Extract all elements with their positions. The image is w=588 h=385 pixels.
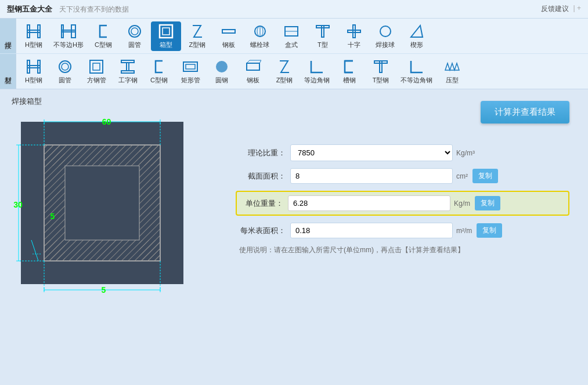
input-weight[interactable]: [288, 195, 450, 211]
svg-line-37: [259, 60, 261, 63]
shape-flat[interactable]: 钢板: [214, 21, 244, 51]
dim-wall-input[interactable]: [45, 212, 60, 221]
label-area: 截面面积：: [239, 171, 286, 181]
dim-left-input[interactable]: [9, 200, 27, 209]
top-bar-right: 反馈建议 | +: [541, 4, 581, 14]
form-row-density: 理论比重： 7850 7800 7900 Kg/m³: [239, 144, 569, 161]
svg-rect-28: [93, 63, 100, 70]
unit-area: cm²: [456, 172, 468, 180]
input-area[interactable]: [290, 168, 453, 184]
separator: | +: [573, 4, 581, 14]
diagram-svg: [9, 110, 207, 313]
svg-rect-31: [127, 63, 129, 71]
svg-marker-43: [445, 63, 459, 70]
diagram-area: 焊接箱型: [9, 96, 230, 376]
svg-point-7: [131, 28, 138, 35]
svg-rect-10: [222, 30, 235, 33]
toolbar-row-weld: 焊 接 H型钢 不等边H形 C型钢 圆管: [0, 19, 588, 54]
label-density: 理论比重：: [239, 148, 286, 158]
svg-point-20: [380, 26, 391, 37]
diagram-container: [9, 110, 207, 313]
form-row-area: 截面面积： cm² 复制: [239, 168, 569, 184]
top-bar-title: 型钢五金大全 天下没有查不到的数据: [7, 4, 129, 14]
copy-weight-button[interactable]: 复制: [475, 196, 500, 210]
shape-press[interactable]: 压型: [437, 57, 467, 86]
svg-point-26: [62, 63, 68, 70]
shape-round-bar[interactable]: 圆钢: [207, 57, 237, 86]
label-surface: 每米表面积：: [239, 226, 286, 236]
dim-bottom[interactable]: [96, 285, 111, 295]
svg-rect-18: [353, 25, 355, 38]
shape-wedge[interactable]: 楔形: [402, 21, 432, 51]
shape-c-steel[interactable]: C型钢: [88, 21, 118, 51]
usage-hint: 使用说明：请在左图输入所需尺寸(单位mm)，再点击【计算并查看结果】: [239, 245, 569, 255]
toolbar-label-weld: 焊 接: [0, 19, 16, 53]
shape-i-beam[interactable]: 工字钢: [113, 57, 143, 86]
shape-z-steel2[interactable]: Z型钢: [269, 57, 300, 86]
shape-box[interactable]: 箱型: [151, 21, 181, 51]
copy-surface-button[interactable]: 复制: [477, 223, 502, 238]
feedback-link[interactable]: 反馈建议: [541, 4, 569, 14]
right-panel: 计算并查看结果 理论比重： 7850 7800 7900 Kg/m³ 截面面积：…: [230, 96, 579, 376]
svg-rect-9: [163, 28, 169, 35]
svg-rect-35: [247, 63, 259, 70]
svg-rect-51: [139, 145, 160, 261]
shape-t-type2[interactable]: T型钢: [366, 57, 396, 86]
shape-channel[interactable]: 槽钢: [334, 57, 365, 86]
main-content: 焊接箱型: [0, 89, 588, 383]
dim-top-input[interactable]: [96, 117, 117, 126]
svg-rect-52: [65, 166, 139, 240]
shape-c-steel2[interactable]: C型钢: [144, 57, 174, 86]
unit-weight: Kg/m: [454, 199, 470, 208]
copy-area-button[interactable]: 复制: [472, 169, 498, 183]
shape-equal-angle[interactable]: 等边角钢: [301, 57, 333, 86]
svg-point-6: [129, 26, 140, 37]
toolbar-shapes-weld: H型钢 不等边H形 C型钢 圆管 箱型: [16, 19, 434, 53]
shape-bolt-ball[interactable]: 螺栓球: [245, 21, 275, 51]
toolbar-row-material: 型 材 H型钢 圆管 方钢管 工字钢: [0, 54, 588, 89]
shape-z-steel[interactable]: Z型钢: [182, 21, 212, 51]
shape-t-type[interactable]: T型: [308, 21, 338, 51]
svg-point-25: [59, 61, 71, 72]
shape-h-beam[interactable]: H型钢: [19, 21, 49, 51]
shape-weld-ball[interactable]: 焊接球: [370, 21, 401, 51]
shape-unequal-h[interactable]: 不等边H形: [50, 21, 87, 51]
form-row-surface: 每米表面积： m²/m 复制: [239, 223, 569, 238]
shape-box2[interactable]: 盒式: [276, 21, 306, 51]
shape-steel-plate[interactable]: 钢板: [238, 57, 268, 86]
dim-wall[interactable]: [45, 212, 60, 221]
calc-button[interactable]: 计算并查看结果: [481, 101, 569, 124]
shape-round-tube2[interactable]: 圆管: [50, 57, 80, 86]
label-weight: 单位重量：: [237, 198, 283, 209]
svg-marker-21: [411, 26, 423, 37]
svg-rect-33: [186, 64, 195, 69]
select-density[interactable]: 7850 7800 7900: [290, 144, 453, 161]
svg-rect-50: [44, 145, 65, 261]
toolbar-label-material: 型 材: [0, 54, 16, 89]
shape-rect-tube[interactable]: 矩形管: [175, 57, 205, 86]
dim-top[interactable]: [96, 117, 117, 126]
svg-rect-8: [160, 25, 172, 38]
dim-left[interactable]: [9, 200, 27, 209]
calc-button-wrapper: 计算并查看结果: [239, 101, 569, 135]
svg-rect-27: [90, 60, 103, 73]
form-row-weight: 单位重量： Kg/m 复制: [236, 191, 569, 216]
unit-density: Kg/m³: [456, 149, 475, 157]
toolbar: 焊 接 H型钢 不等边H形 C型钢 圆管: [0, 19, 588, 89]
shape-h-beam2[interactable]: H型钢: [19, 57, 49, 86]
diagram-title: 焊接箱型: [9, 96, 230, 107]
svg-point-34: [216, 61, 228, 72]
shape-cross[interactable]: 十字: [339, 21, 369, 51]
shape-round-tube[interactable]: 圆管: [120, 21, 150, 51]
toolbar-shapes-material: H型钢 圆管 方钢管 工字钢 C型钢: [16, 55, 470, 89]
top-bar: 型钢五金大全 天下没有查不到的数据 反馈建议 | +: [0, 0, 588, 19]
shape-square-tube[interactable]: 方钢管: [81, 57, 111, 86]
shape-unequal-angle[interactable]: 不等边角钢: [397, 57, 436, 86]
input-surface[interactable]: [290, 223, 453, 238]
dim-bottom-input[interactable]: [96, 285, 111, 295]
svg-rect-19: [348, 30, 360, 32]
unit-surface: m²/m: [456, 227, 472, 235]
